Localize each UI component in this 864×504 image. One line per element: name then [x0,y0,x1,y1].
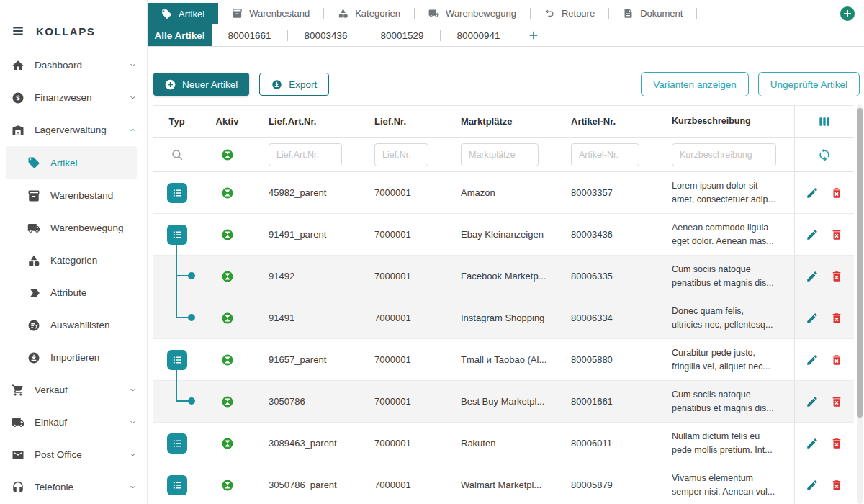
delete-icon[interactable] [830,354,843,366]
lief-art-nr-cell: 91657_parent [254,354,360,365]
table-row[interactable]: 91657_parent 7000001 Tmall и Taobao (Al.… [153,339,854,381]
edit-icon[interactable] [806,270,819,283]
tab-warenbewegung[interactable]: Warenbewegung [415,3,530,24]
edit-icon[interactable] [806,395,819,408]
add-module-tab-button[interactable] [840,3,864,24]
delete-icon[interactable] [830,437,843,450]
variant-list-button[interactable] [167,183,187,203]
main-content: Artikel Warenbestand Kategorien Warenbew… [148,0,864,504]
column-settings-icon[interactable] [817,114,832,129]
sidebar-item-verkauf[interactable]: Verkauf [0,374,147,406]
new-article-button[interactable]: Neuer Artikel [153,73,249,96]
header-actions-cell [794,106,854,137]
edit-icon[interactable] [806,437,819,450]
sidebar-item-post-office[interactable]: Post Office [0,438,147,471]
table-row-child[interactable]: 3050786 7000001 Best Buy Marketpl... 800… [153,381,854,423]
table-row[interactable]: 3089463_parent 7000001 Rakuten 80006011 … [153,423,854,464]
table-row[interactable]: 3050786_parent 7000001 Walmart Marketpl.… [153,464,854,504]
tab-article-80001529[interactable]: 80001529 [364,24,440,46]
sidebar-item-lagerverwaltung[interactable]: Lagerverwaltung [0,114,147,146]
sidebar-item-auswahllisten[interactable]: Auswahllisten [0,309,147,341]
tab-dokument[interactable]: Dokument [609,3,696,24]
search-icon[interactable] [171,148,184,161]
sidebar-item-warenbewegung[interactable]: Warenbewegung [0,212,147,244]
sidebar-item-importieren[interactable]: Importieren [0,341,147,374]
delete-icon[interactable] [830,228,843,241]
edit-icon[interactable] [806,186,819,199]
delete-icon[interactable] [830,395,843,408]
table-row-child[interactable]: 91492 7000001 Facebook Marketp... 800063… [153,256,854,297]
lief-art-nr-cell: 3050786_parent [254,480,360,490]
filter-kurzbeschreibung-input[interactable] [672,143,776,166]
home-icon [12,59,24,72]
active-status-icon [221,437,234,450]
unchecked-articles-button[interactable]: Ungeprüfte Artikel [758,72,860,96]
sidebar-item-attribute[interactable]: Attribute [0,276,147,309]
artikel-nr-cell: 80005880 [557,354,657,365]
filter-artikel-nr-input[interactable] [571,143,639,166]
column-header-lief-art-nr: Lief.Art.Nr. [254,116,360,127]
chevron-down-icon [129,386,137,394]
menu-icon[interactable] [12,24,24,37]
add-article-tab-button[interactable] [528,24,539,46]
show-variants-button[interactable]: Varianten anzeigen [641,72,748,96]
sidebar-item-label: Kategorien [50,255,97,266]
tab-warenbestand[interactable]: Warenbestand [218,3,323,24]
kurzbeschreibung-cell: Curabitur pede justo, fringilla vel, ali… [657,346,794,374]
tab-kategorien[interactable]: Kategorien [324,3,414,24]
table-row[interactable]: 91491_parent 7000001 Ebay Kleinanzeigen … [153,214,854,256]
tab-label: Dokument [640,8,683,19]
scrollbar[interactable] [857,104,863,504]
edit-icon[interactable] [806,312,819,325]
list-icon [170,186,184,200]
brand-row: KOLLAPS [0,20,147,42]
lief-art-nr-cell: 91491_parent [254,229,360,240]
tab-label: Retoure [562,8,595,19]
variant-list-button[interactable] [167,225,187,245]
sidebar-item-kategorien[interactable]: Kategorien [0,244,147,276]
tab-label: Warenbestand [249,8,310,19]
refresh-icon[interactable] [817,148,832,162]
variant-list-button[interactable] [167,433,187,454]
toolbar-left: Neuer Artikel Export [153,73,329,96]
lief-nr-cell: 7000001 [360,438,446,449]
edit-icon[interactable] [806,479,819,492]
active-status-icon [221,186,234,199]
chevron-down-icon [129,418,137,426]
delete-icon[interactable] [830,186,843,199]
lief-nr-cell: 7000001 [360,354,446,365]
filter-marktplaetze-input[interactable] [461,143,539,166]
delete-icon[interactable] [830,270,843,283]
tab-article-80003436[interactable]: 80003436 [288,24,364,46]
tab-retoure[interactable]: Retoure [531,3,608,24]
variant-list-button[interactable] [167,475,187,495]
sidebar-item-warenbestand[interactable]: Warenbestand [0,179,147,212]
sidebar-item-finanzwesen[interactable]: Finanzwesen [0,81,147,114]
marktplatz-cell: Ebay Kleinanzeigen [446,229,557,240]
actions-cell [794,172,854,213]
sidebar-item-einkauf[interactable]: Einkauf [0,406,147,438]
actions-cell [794,256,854,297]
tab-artikel[interactable]: Artikel [148,3,218,24]
sidebar-item-artikel[interactable]: Artikel [6,146,137,179]
tag-icon [27,156,40,169]
filter-lief-art-nr-input[interactable] [269,143,342,166]
scrollbar-thumb[interactable] [857,108,863,418]
filter-lief-nr-input[interactable] [374,143,428,166]
tab-alle-artikel[interactable]: Alle Artikel [148,24,212,46]
tab-article-80000941[interactable]: 80000941 [441,24,516,46]
variant-list-button[interactable] [167,350,187,370]
sidebar-item-dashboard[interactable]: Dashboard [0,49,147,81]
export-button[interactable]: Export [259,73,329,96]
actions-cell [794,214,854,255]
delete-icon[interactable] [830,312,843,325]
edit-icon[interactable] [806,228,819,241]
table-row[interactable]: 45982_parent 7000001 Amazon 80003357 Lor… [153,172,854,214]
sidebar-item-telefonie[interactable]: Telefonie [0,471,147,503]
edit-icon[interactable] [806,354,819,366]
tree-connector-dot [188,272,195,279]
aktiv-filter-icon[interactable] [221,148,234,161]
delete-icon[interactable] [830,479,843,492]
table-row-child[interactable]: 91491 7000001 Instagram Shopping 8000633… [153,297,854,339]
tab-article-80001661[interactable]: 80001661 [212,24,287,46]
